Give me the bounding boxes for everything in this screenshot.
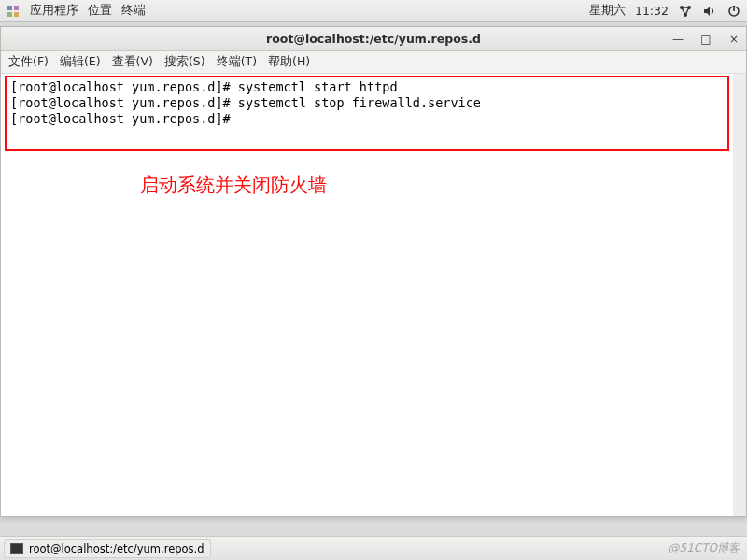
scrollbar[interactable] [733,74,746,516]
volume-icon[interactable] [702,4,717,19]
svg-rect-0 [7,6,12,10]
network-icon[interactable] [678,4,693,19]
window-titlebar[interactable]: root@localhost:/etc/yum.repos.d — □ × [1,27,746,51]
annotation-text: 启动系统并关闭防火墙 [140,177,729,193]
gnome-top-panel: 应用程序 位置 终端 星期六 11:32 [0,0,747,22]
menu-terminal[interactable]: 终端(T) [217,54,257,70]
minimize-button[interactable]: — [671,33,684,46]
terminal-line: [root@localhost yum.repos.d]# [10,111,724,127]
window-title: root@localhost:/etc/yum.repos.d [1,32,746,46]
highlight-box: [root@localhost yum.repos.d]# systemctl … [5,76,729,151]
svg-rect-1 [14,6,19,10]
menu-edit[interactable]: 编辑(E) [60,54,101,70]
bottom-panel: root@localhost:/etc/yum.repos.d @51CTO博客 [0,536,747,560]
taskbar-label: root@localhost:/etc/yum.repos.d [29,542,204,555]
activities-icon[interactable] [6,4,21,19]
menu-search[interactable]: 搜索(S) [164,54,205,70]
menu-help[interactable]: 帮助(H) [268,54,310,70]
places-menu[interactable]: 位置 [88,3,112,19]
terminal-line: [root@localhost yum.repos.d]# systemctl … [10,79,724,95]
taskbar-window-button[interactable]: root@localhost:/etc/yum.repos.d [4,539,211,558]
terminal-task-icon [10,543,23,554]
watermark-text: @51CTO博客 [669,540,743,556]
menu-view[interactable]: 查看(V) [112,54,153,70]
terminal-window: root@localhost:/etc/yum.repos.d — □ × 文件… [0,26,747,517]
clock-day[interactable]: 星期六 [589,3,626,19]
svg-rect-2 [7,12,12,17]
menu-file[interactable]: 文件(F) [8,54,49,70]
terminal-menubar: 文件(F) 编辑(E) 查看(V) 搜索(S) 终端(T) 帮助(H) [1,51,746,74]
terminal-menu[interactable]: 终端 [121,3,146,19]
power-icon[interactable] [726,4,741,19]
close-button[interactable]: × [727,33,740,46]
maximize-button[interactable]: □ [699,33,712,46]
applications-menu[interactable]: 应用程序 [30,3,78,19]
svg-rect-3 [14,12,19,17]
terminal-line: [root@localhost yum.repos.d]# systemctl … [10,95,724,111]
terminal-body[interactable]: [root@localhost yum.repos.d]# systemctl … [1,74,746,516]
clock-time[interactable]: 11:32 [635,4,669,18]
